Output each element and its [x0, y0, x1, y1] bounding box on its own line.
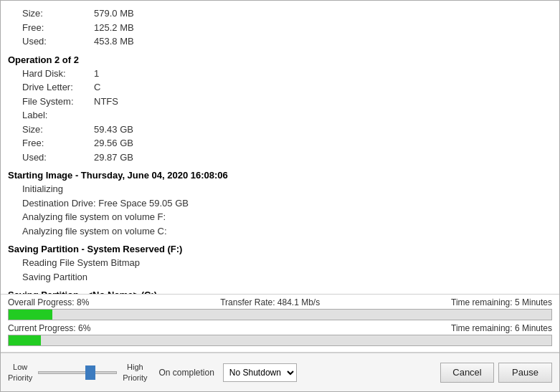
label-harddisk: Hard Disk:	[22, 67, 94, 81]
label-label: Label:	[22, 108, 94, 123]
section4-block: Saving Partition - System Reserved (F:) …	[8, 244, 552, 284]
label-filesystem: File System:	[22, 95, 94, 109]
label-used1: Used:	[22, 34, 94, 49]
log-row: Used: 453.8 MB	[22, 34, 552, 49]
log-row: Used: 29.87 GB	[22, 150, 552, 165]
current-time-label: Time remaining: 6 Minutes	[451, 323, 552, 333]
priority-slider-thumb[interactable]	[85, 365, 95, 380]
section4-header: Saving Partition - System Reserved (F:)	[8, 244, 552, 254]
low-priority-label: Low Priority	[8, 362, 32, 383]
label-free1: Free:	[22, 21, 94, 35]
section1-block: Size: 579.0 MB Free: 125.2 MB Used: 453.…	[8, 6, 552, 49]
value-free1: 125.2 MB	[94, 21, 134, 35]
log-line: Saving Partition	[22, 270, 552, 285]
high-priority-label: High Priority	[123, 362, 147, 383]
overall-progress-label: Overall Progress: 8%	[8, 297, 89, 307]
log-row: Hard Disk: 1	[22, 67, 552, 81]
log-row: Drive Letter: C	[22, 80, 552, 95]
overall-time-label: Time remaining: 5 Minutes	[451, 297, 552, 307]
section3-header: Starting Image - Thursday, June 04, 2020…	[8, 170, 552, 181]
section2-indent: Hard Disk: 1 Drive Letter: C File System…	[8, 67, 552, 165]
transfer-rate-label: Transfer Rate: 484.1 Mb/s	[220, 297, 320, 307]
log-line: Analyzing file system on volume C:	[22, 224, 552, 239]
section5-block: Saving Partition - <No Name> (C:) Readin…	[8, 290, 552, 295]
log-line-text: Analyzing file system on volume C:	[22, 224, 167, 239]
log-line: Initializing	[22, 182, 552, 196]
on-completion-label: On completion	[158, 368, 214, 378]
value-free2: 29.56 GB	[94, 136, 133, 150]
section2-block: Operation 2 of 2 Hard Disk: 1 Drive Lett…	[8, 54, 552, 165]
current-progress-row: Current Progress: 6% Time remaining: 6 M…	[8, 323, 552, 333]
overall-progress-fill	[9, 310, 52, 320]
value-used2: 29.87 GB	[94, 150, 133, 165]
action-buttons: Cancel Pause	[440, 363, 552, 383]
label-free2: Free:	[22, 136, 94, 150]
log-area[interactable]: Size: 579.0 MB Free: 125.2 MB Used: 453.…	[1, 1, 559, 295]
log-line-text: Saving Partition	[22, 270, 87, 285]
value-filesystem: NTFS	[94, 95, 118, 109]
log-row: Size: 579.0 MB	[22, 6, 552, 21]
value-driveletter: C	[94, 80, 100, 95]
cancel-button[interactable]: Cancel	[440, 363, 494, 383]
log-row: Free: 125.2 MB	[22, 21, 552, 35]
label-size2: Size:	[22, 123, 94, 137]
value-harddisk: 1	[94, 67, 99, 81]
log-row: File System: NTFS	[22, 95, 552, 109]
log-line-text: Destination Drive: Free Space 59.05 GB	[22, 196, 189, 211]
log-line: Reading File System Bitmap	[22, 256, 552, 270]
section3-block: Starting Image - Thursday, June 04, 2020…	[8, 170, 552, 238]
section3-indent: Initializing Destination Drive: Free Spa…	[8, 182, 552, 238]
overall-progress-row: Overall Progress: 8% Transfer Rate: 484.…	[8, 297, 552, 307]
log-line-text: Reading File System Bitmap	[22, 256, 140, 270]
value-size2: 59.43 GB	[94, 123, 133, 137]
priority-slider-track[interactable]	[38, 371, 117, 374]
label-used2: Used:	[22, 150, 94, 165]
log-row: Label:	[22, 108, 552, 123]
overall-progress-bar	[8, 309, 552, 320]
label-size1: Size:	[22, 6, 94, 21]
log-row: Size: 59.43 GB	[22, 123, 552, 137]
log-line: Analyzing file system on volume F:	[22, 210, 552, 224]
log-line-text: Analyzing file system on volume F:	[22, 210, 166, 224]
log-row: Free: 29.56 GB	[22, 136, 552, 150]
shutdown-dropdown[interactable]: No Shutdown Shutdown Restart Hibernate S…	[223, 363, 297, 382]
priority-slider-container[interactable]	[38, 371, 117, 374]
section4-indent: Reading File System Bitmap Saving Partit…	[8, 256, 552, 284]
current-progress-bar	[8, 335, 552, 346]
pause-button[interactable]: Pause	[498, 363, 552, 383]
label-driveletter: Drive Letter:	[22, 80, 94, 95]
main-window: Size: 579.0 MB Free: 125.2 MB Used: 453.…	[0, 0, 560, 392]
shutdown-dropdown-container[interactable]: No Shutdown Shutdown Restart Hibernate S…	[223, 363, 297, 382]
current-progress-fill	[9, 335, 41, 345]
log-line: Destination Drive: Free Space 59.05 GB	[22, 196, 552, 211]
section5-header: Saving Partition - <No Name> (C:)	[8, 290, 552, 295]
progress-area: Overall Progress: 8% Transfer Rate: 484.…	[1, 295, 559, 353]
section2-header: Operation 2 of 2	[8, 54, 552, 65]
log-line-text: Initializing	[22, 182, 63, 196]
bottom-bar: Low Priority High Priority On completion…	[1, 353, 559, 391]
value-used1: 453.8 MB	[94, 34, 134, 49]
current-progress-label: Current Progress: 6%	[8, 323, 90, 333]
value-size1: 579.0 MB	[94, 6, 134, 21]
